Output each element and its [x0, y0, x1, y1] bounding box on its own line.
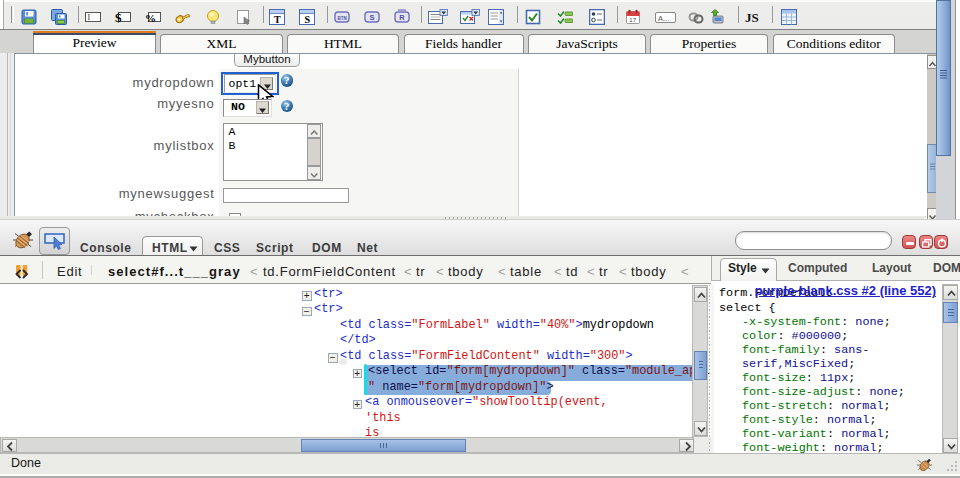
svg-text:S: S [305, 14, 311, 25]
svg-text:T: T [274, 14, 281, 25]
svg-text:JS: JS [745, 10, 759, 25]
svg-text:A...: A... [658, 14, 669, 23]
svg-text:%: % [145, 12, 156, 24]
svg-text:BTN: BTN [337, 16, 346, 21]
svg-text:$: $ [115, 10, 122, 25]
svg-text:S: S [370, 13, 375, 22]
svg-text:17: 17 [629, 17, 636, 23]
svg-text:R: R [399, 13, 405, 22]
svg-text:I: I [88, 13, 91, 22]
